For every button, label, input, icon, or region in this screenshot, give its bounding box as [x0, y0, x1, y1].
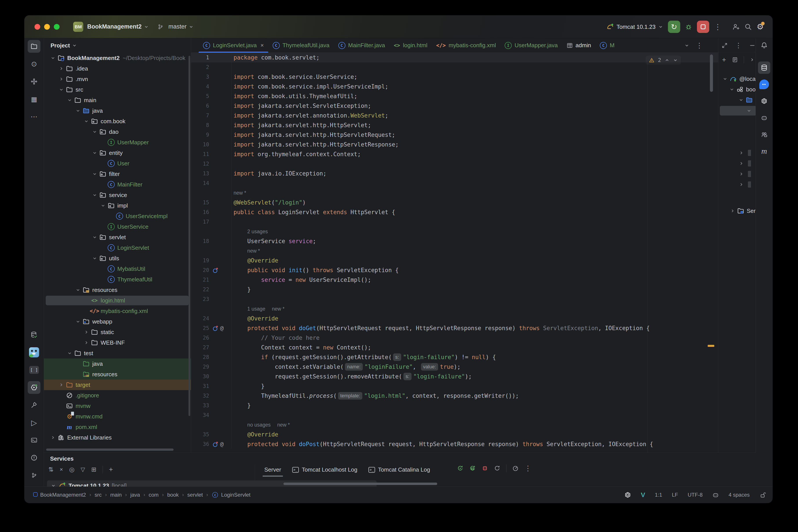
chevron-right-icon[interactable] [82, 340, 90, 345]
expand-all-button[interactable]: ⇅ [48, 466, 53, 473]
project-tree-row-main[interactable]: main [44, 95, 191, 106]
data-source-properties-icon[interactable] [732, 57, 738, 63]
project-tree-row-thymeleafutil[interactable]: CThymeleafUtil [44, 274, 191, 285]
chevron-down-icon[interactable] [74, 319, 82, 324]
chevron-down-icon[interactable] [66, 98, 73, 102]
openai-plugin-button[interactable] [758, 95, 770, 107]
panel-options-icon[interactable]: ⋮ [735, 41, 742, 49]
chevron-down-icon[interactable] [91, 150, 98, 155]
chevron-icon[interactable] [738, 182, 745, 187]
project-tree-row-userserviceimpl[interactable]: CUserServiceImpl [44, 211, 191, 222]
chevron-icon[interactable] [728, 87, 736, 92]
dashboard-button[interactable] [512, 465, 519, 472]
project-tree-row-src[interactable]: src [44, 84, 191, 95]
code-inlay-row[interactable]: new * [191, 246, 718, 256]
project-tree-row--mvn[interactable]: .mvn [44, 74, 191, 84]
workspace-tool-button[interactable] [28, 75, 40, 88]
commit-tool-button[interactable]: ⊙ [28, 58, 40, 70]
project-tree-row-entity[interactable]: entity [44, 148, 191, 158]
prev-problem-icon[interactable] [665, 58, 669, 63]
project-tree-row-mainfilter[interactable]: CMainFilter [44, 179, 191, 190]
version-control-button[interactable] [28, 469, 40, 482]
warning-stripe-mark[interactable] [708, 345, 714, 347]
data-tool-button[interactable] [28, 328, 40, 341]
project-tree-row-mybatis-config-xml[interactable]: </>mybatis-config.xml [44, 306, 191, 316]
inspection-widget[interactable]: 2 [646, 56, 681, 64]
chevron-down-icon[interactable] [91, 129, 98, 134]
overrides-method-icon[interactable] [212, 267, 219, 273]
breadcrumb-item-servlet[interactable]: servlet [187, 492, 203, 498]
editor-tab-usermapper-java[interactable]: IUserMapper.java [500, 38, 562, 53]
project-tree-row-service[interactable]: service [44, 190, 191, 200]
console-tab-server[interactable]: Server [260, 464, 285, 475]
branch-selector[interactable]: master [157, 23, 194, 30]
code-vision-hint[interactable]: new * [272, 306, 285, 312]
chevron-right-icon[interactable] [750, 57, 755, 62]
chevron-down-icon[interactable] [99, 203, 107, 208]
project-tree-row-resources[interactable]: resources [44, 369, 191, 380]
debug-icon[interactable] [685, 23, 692, 30]
chevron-down-icon[interactable] [49, 56, 57, 60]
breadcrumb-item-java[interactable]: java [130, 492, 140, 498]
project-tree-row-com-book[interactable]: com.book [44, 116, 191, 127]
project-tree-row-usermapper[interactable]: IUserMapper [44, 137, 191, 148]
code-inlay-row[interactable]: no usagesnew * [191, 420, 718, 430]
chevron-icon[interactable] [738, 150, 745, 155]
project-tree-row-java[interactable]: java [44, 359, 191, 369]
chevron-down-icon[interactable] [91, 172, 98, 176]
chevron-right-icon[interactable] [58, 382, 65, 387]
database-tree-row[interactable] [719, 169, 756, 179]
project-tree-row-utils[interactable]: utils [44, 253, 191, 264]
editor-tab-login-html[interactable]: <>login.html [390, 38, 432, 53]
editor-tab-admin[interactable]: admin [562, 38, 596, 53]
console-tab-tomcat-catalina-log[interactable]: >_Tomcat Catalina Log [364, 464, 434, 475]
database-tree-row[interactable]: @loca [719, 74, 756, 84]
editor-tab-loginservlet-java[interactable]: CLoginServlet.java× [198, 38, 268, 53]
project-tree-row-test[interactable]: test [44, 348, 191, 359]
database-tree-row[interactable] [719, 179, 756, 190]
overrides-method-icon[interactable] [212, 325, 219, 331]
editor-tab-mybatis-config-xml[interactable]: </>mybatis-config.xml [432, 38, 500, 53]
structure-tool-button[interactable]: ▦ [28, 93, 40, 106]
dev-container-button[interactable]: [ ] [28, 363, 40, 376]
project-tree-row-dao[interactable]: dao [44, 127, 191, 137]
window-controls[interactable] [35, 24, 59, 30]
collapse-all-button[interactable]: × [59, 466, 63, 473]
breadcrumb-item-bookmanagement2[interactable]: BookManagement2 [33, 492, 86, 498]
overrides-method-icon[interactable] [212, 441, 219, 448]
project-tree-row-login-html[interactable]: <>login.html [44, 295, 191, 306]
code-inlay-row[interactable]: new * [191, 188, 718, 198]
rerun-button[interactable]: ↻ [668, 21, 680, 33]
project-tree-row-web-inf[interactable]: WEB-INF [44, 337, 191, 348]
chevron-icon[interactable] [729, 208, 736, 213]
project-tree-row-user[interactable]: CUser [44, 158, 191, 169]
ai-chat-button[interactable]: •• [758, 78, 770, 91]
project-tree-row-target[interactable]: target [44, 380, 191, 390]
plugin-v-status-icon[interactable]: V [641, 491, 645, 499]
project-tree-row--idea[interactable]: .idea [44, 63, 191, 74]
project-tree-row-resources[interactable]: resources [44, 285, 191, 295]
tab-options-icon[interactable]: ⋮ [696, 41, 703, 50]
chevron-icon[interactable] [738, 161, 745, 166]
rerun-server-button[interactable] [457, 465, 463, 472]
terminal-tool-button[interactable] [28, 434, 40, 446]
indent-widget[interactable]: 4 spaces [728, 492, 750, 498]
code-vision-hint[interactable]: new * [233, 190, 246, 196]
expand-panel-icon[interactable] [722, 42, 728, 49]
annotation-gutter-icon[interactable]: @ [220, 441, 224, 448]
run-configuration-selector[interactable]: Tomcat 10.1.23 [606, 23, 663, 31]
project-tree-row-filter[interactable]: filter [44, 169, 191, 179]
more-tool-windows-button[interactable]: ⋯ [28, 110, 40, 123]
services-tool-button[interactable] [28, 381, 40, 394]
next-problem-icon[interactable] [673, 58, 678, 63]
refresh-button[interactable] [494, 465, 500, 472]
search-icon[interactable] [744, 23, 752, 31]
code-editor[interactable]: 1package com.book.servlet;23import com.b… [191, 53, 718, 453]
project-tree-row-java[interactable]: java [44, 106, 191, 116]
encoding-widget[interactable]: UTF-8 [688, 492, 703, 498]
problems-tool-button[interactable] [28, 451, 40, 464]
debug-server-button[interactable] [469, 465, 476, 472]
annotation-gutter-icon[interactable]: @ [220, 325, 224, 331]
code-with-me-button[interactable] [758, 128, 770, 140]
database-tree-row[interactable] [719, 95, 756, 105]
